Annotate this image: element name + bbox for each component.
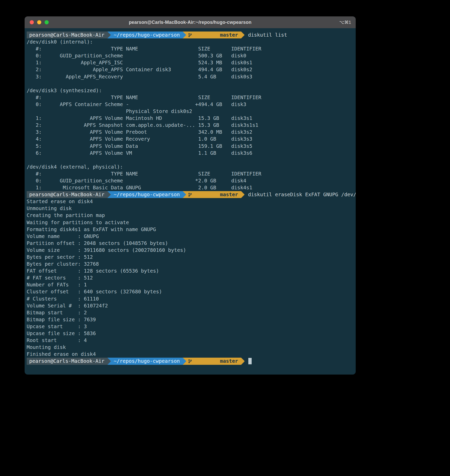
- prompt-cwd: ~/repos/hugo-cwpearson: [111, 358, 183, 365]
- command-text: diskutil eraseDisk ExFAT GNUPG /dev/disk…: [248, 191, 356, 198]
- powerline-arrow-icon: [107, 32, 111, 38]
- powerline-arrow-icon: [183, 358, 186, 365]
- prompt-git-segment: master: [186, 32, 241, 38]
- prompt-git-branch: master: [220, 32, 238, 38]
- prompt-line-2: pearson@Carls-MacBook-Air ~/repos/hugo-c…: [27, 191, 354, 198]
- prompt-user-host: pearson@Carls-MacBook-Air: [27, 32, 107, 38]
- command-text: diskutil list: [248, 32, 287, 38]
- prompt-git-segment: master: [186, 191, 241, 198]
- erase-disk-output: Started erase on disk4 Unmounting disk C…: [27, 198, 354, 358]
- powerline-arrow-icon: [241, 32, 244, 38]
- prompt-user-host: pearson@Carls-MacBook-Air: [27, 358, 107, 365]
- prompt-cwd: ~/repos/hugo-cwpearson: [111, 32, 183, 38]
- terminal-content[interactable]: pearson@Carls-MacBook-Air ~/repos/hugo-c…: [25, 28, 356, 368]
- titlebar[interactable]: pearson@Carls-MacBook-Air:~/repos/hugo-c…: [25, 16, 356, 28]
- prompt-git-branch: master: [220, 358, 238, 365]
- git-branch-icon: [188, 179, 218, 211]
- prompt-git-branch: master: [220, 191, 238, 198]
- powerline-arrow-icon: [241, 191, 244, 198]
- prompt-git-segment: master: [186, 358, 241, 365]
- powerline-arrow-icon: [107, 191, 111, 198]
- diskutil-list-output: /dev/disk0 (internal): #: TYPE NAME SIZE…: [27, 38, 354, 191]
- terminal-window: pearson@Carls-MacBook-Air:~/repos/hugo-c…: [25, 16, 356, 375]
- prompt-line-3: pearson@Carls-MacBook-Air ~/repos/hugo-c…: [27, 358, 354, 365]
- powerline-arrow-icon: [241, 358, 244, 365]
- window-shortcut-badge: ⌥⌘1: [339, 20, 351, 25]
- window-title: pearson@Carls-MacBook-Air:~/repos/hugo-c…: [25, 20, 356, 25]
- terminal-cursor: [248, 358, 252, 364]
- powerline-arrow-icon: [183, 32, 186, 38]
- prompt-cwd: ~/repos/hugo-cwpearson: [111, 191, 183, 198]
- git-branch-icon: [188, 345, 218, 375]
- prompt-line-1: pearson@Carls-MacBook-Air ~/repos/hugo-c…: [27, 32, 354, 38]
- prompt-user-host: pearson@Carls-MacBook-Air: [27, 191, 107, 198]
- powerline-arrow-icon: [183, 191, 186, 198]
- powerline-arrow-icon: [107, 358, 111, 365]
